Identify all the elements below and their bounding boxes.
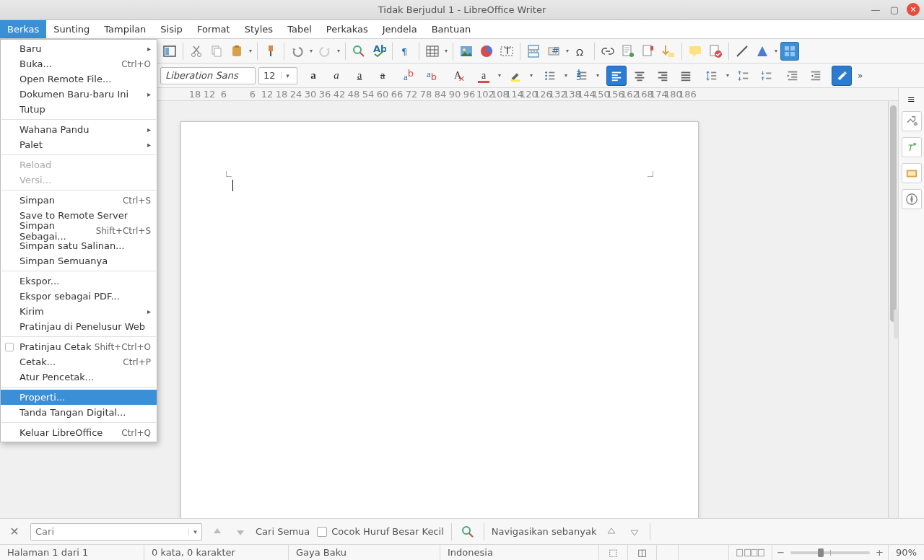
shapes-dropdown[interactable]: ▾ (773, 48, 779, 54)
status-style[interactable]: Gaya Baku (289, 545, 440, 560)
status-selection-mode[interactable]: ◫ (628, 545, 657, 560)
basic-shapes-button[interactable] (753, 42, 772, 61)
menu-tampilan[interactable]: Tampilan (97, 20, 153, 38)
insert-footnote-button[interactable] (619, 42, 637, 61)
align-left-button[interactable] (606, 66, 627, 86)
close-button[interactable]: ✕ (907, 3, 920, 16)
increase-spacing-button[interactable] (733, 66, 754, 86)
sidebar-settings-icon[interactable]: ≡ (902, 92, 922, 105)
menu-sisip[interactable]: Sisip (153, 20, 190, 38)
align-right-button[interactable] (653, 66, 673, 86)
track-changes-button[interactable] (706, 42, 725, 61)
zoom-out-button[interactable]: − (777, 547, 785, 558)
zoom-slider[interactable] (790, 551, 870, 554)
toolbar-overflow[interactable]: » (858, 71, 863, 81)
subscript-button[interactable]: ab (422, 66, 442, 86)
bold-button[interactable]: a (303, 66, 323, 86)
menu-item-dokumen-baru-baru-ini[interactable]: Dokumen Baru-baru Ini▸ (1, 87, 157, 102)
number-list-button[interactable]: 123 (572, 66, 592, 86)
insert-image-button[interactable] (457, 42, 476, 61)
menu-item-keluar-libreoffice[interactable]: Keluar LibreOfficeCtrl+Q (1, 425, 157, 440)
strikethrough-button[interactable]: a (372, 66, 393, 86)
table-dropdown[interactable]: ▾ (443, 48, 449, 54)
insert-table-button[interactable] (423, 42, 442, 61)
line-spacing-button[interactable] (702, 66, 722, 86)
status-zoom-value[interactable]: 90% (888, 545, 924, 560)
maximize-button[interactable]: ▢ (888, 3, 901, 16)
bullet-list-button[interactable] (540, 66, 560, 86)
redo-button[interactable] (315, 42, 334, 61)
menu-item-atur-pencetak[interactable]: Atur Pencetak... (1, 369, 157, 385)
menu-item-properti[interactable]: Properti... (1, 390, 157, 405)
menu-item-baru[interactable]: Baru▸ (1, 41, 157, 56)
decrease-spacing-button[interactable] (757, 66, 777, 86)
superscript-button[interactable]: ab (398, 66, 419, 86)
insert-hyperlink-button[interactable] (598, 42, 617, 61)
menu-item-cetak[interactable]: Cetak...Ctrl+P (1, 354, 157, 369)
menu-bantuan[interactable]: Bantuan (424, 20, 479, 38)
menu-styles[interactable]: Styles (237, 20, 280, 38)
menu-item-open-remote-file[interactable]: Open Remote File... (1, 71, 157, 87)
paragraph-highlight-button[interactable] (832, 66, 852, 86)
insert-comment-button[interactable] (686, 42, 705, 61)
clone-formatting-button[interactable] (261, 42, 280, 61)
status-view-layout[interactable] (729, 545, 772, 560)
match-case-checkbox[interactable] (317, 527, 327, 537)
zoom-slider-knob[interactable] (818, 548, 824, 557)
minimize-button[interactable]: — (869, 3, 882, 16)
highlight-dropdown[interactable]: ▾ (528, 72, 534, 79)
find-replace-icon[interactable] (459, 523, 476, 541)
menu-berkas[interactable]: Berkas (0, 20, 46, 38)
find-input[interactable] (31, 524, 188, 540)
insert-textbox-button[interactable]: T (497, 42, 516, 61)
menu-item-pratinjau-di-penelusur-web[interactable]: Pratinjau di Penelusur Web (1, 319, 157, 334)
status-insert-mode[interactable]: ⬚ (599, 545, 628, 560)
menu-item-tutup[interactable]: Tutup (1, 102, 157, 117)
paste-button[interactable] (227, 42, 246, 61)
field-dropdown[interactable]: ▾ (565, 48, 570, 54)
bullet-dropdown[interactable]: ▾ (563, 72, 569, 79)
insert-line-button[interactable] (733, 42, 751, 61)
find-history-dropdown-icon[interactable]: ▾ (188, 528, 201, 535)
toggle-sidebar-button[interactable] (160, 42, 179, 61)
increase-indent-button[interactable] (783, 66, 803, 86)
decrease-indent-button[interactable] (806, 66, 826, 86)
undo-button[interactable] (288, 42, 307, 61)
align-center-button[interactable] (629, 66, 650, 86)
paste-dropdown[interactable]: ▾ (248, 48, 253, 54)
font-color-dropdown[interactable]: ▾ (497, 72, 502, 79)
insert-pagebreak-button[interactable] (524, 42, 543, 61)
menu-item-wahana-pandu[interactable]: Wahana Pandu▸ (1, 122, 157, 137)
clear-formatting-button[interactable]: A✕ (448, 66, 468, 86)
menu-format[interactable]: Format (190, 20, 237, 38)
insert-crossref-button[interactable] (659, 42, 678, 61)
insert-symbol-button[interactable]: Ω (572, 42, 590, 61)
menu-item-simpan-satu-salinan[interactable]: Simpan satu Salinan... (1, 238, 157, 253)
find-next-button[interactable] (232, 524, 248, 540)
gallery-panel-button[interactable] (902, 163, 922, 183)
zoom-in-button[interactable]: + (876, 547, 884, 558)
spacing-dropdown[interactable]: ▾ (725, 72, 731, 79)
spellcheck-button[interactable]: Abc (370, 42, 388, 61)
properties-panel-button[interactable] (902, 111, 922, 131)
close-find-button[interactable]: ✕ (6, 523, 23, 541)
font-color-button[interactable]: a (474, 66, 494, 86)
find-input-combo[interactable]: ▾ (30, 523, 202, 541)
number-dropdown[interactable]: ▾ (595, 72, 601, 79)
menu-jendela[interactable]: Jendela (375, 20, 424, 38)
italic-button[interactable]: a (326, 66, 346, 86)
font-size-input[interactable] (259, 68, 281, 84)
redo-dropdown[interactable]: ▾ (336, 48, 341, 54)
styles-panel-button[interactable]: T (902, 137, 922, 157)
highlight-button[interactable] (505, 66, 526, 86)
menu-item-tanda-tangan-digital[interactable]: Tanda Tangan Digital... (1, 405, 157, 420)
menu-item-ekspor-sebagai-pdf[interactable]: Ekspor sebagai PDF... (1, 289, 157, 304)
status-wordcount[interactable]: 0 kata, 0 karakter (144, 545, 289, 560)
show-draw-functions-button[interactable] (780, 42, 799, 61)
scrollbar-thumb[interactable] (890, 105, 897, 322)
cut-button[interactable] (187, 42, 206, 61)
navigator-panel-button[interactable] (902, 189, 922, 209)
menu-item-simpan-sebagai[interactable]: Simpan Sebagai...Shift+Ctrl+S (1, 223, 157, 238)
insert-chart-button[interactable] (477, 42, 496, 61)
formatting-marks-button[interactable]: ¶ (396, 42, 415, 61)
